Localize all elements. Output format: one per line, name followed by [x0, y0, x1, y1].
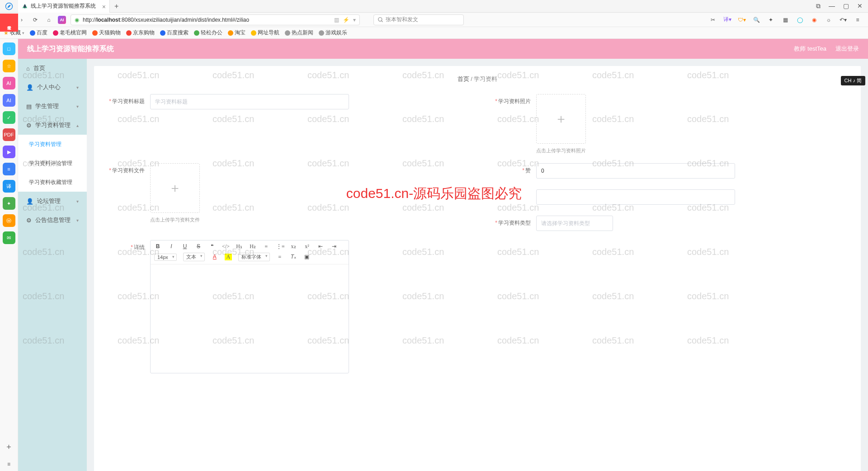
os-app-icon[interactable]: ✓ [3, 111, 15, 124]
bookmark-item[interactable]: 百度搜索 [160, 29, 189, 37]
forward-button[interactable]: › [17, 15, 26, 24]
address-bar[interactable]: ◉ http://localhost:8080/xsxuexiziliaotui… [71, 14, 360, 25]
fontcolor-icon[interactable]: A [211, 254, 218, 260]
os-app-icon[interactable]: AI [3, 77, 15, 89]
circle-icon[interactable]: ◯ [796, 16, 804, 24]
breadcrumb-home[interactable]: 首页 [458, 75, 469, 82]
os-app-icon[interactable]: ☆ [3, 60, 15, 72]
paragraph-select[interactable]: 文本 [183, 253, 205, 261]
browser-tab[interactable]: 线上学习资源智能推荐系统 × [18, 0, 110, 13]
ol-icon[interactable]: ≡ [263, 243, 270, 250]
type-select[interactable] [536, 216, 613, 231]
menu-material-favorites[interactable]: 学习资料收藏管理 [18, 173, 87, 192]
os-app-sidebar: □ ☆ AI AI ✓ PDF ▶ ≡ 译 ✦ ⓦ ✉ + ≡ [0, 39, 18, 471]
os-app-icon[interactable]: ✦ [3, 197, 15, 210]
italic-icon[interactable]: I [168, 243, 175, 250]
os-app-icon[interactable]: ▶ [3, 146, 15, 158]
quote-icon[interactable]: ❝ [208, 243, 216, 250]
bookmark-item[interactable]: 网址导航 [251, 29, 279, 37]
sub-icon[interactable]: x₂ [290, 243, 297, 250]
scissors-icon[interactable]: ✂ [709, 16, 717, 24]
url-text: http://localhost:8080/xsxuexiziliaotuiji… [83, 17, 249, 23]
current-user[interactable]: 教师 testTea [794, 45, 826, 53]
bgcolor-icon[interactable]: A [225, 254, 232, 260]
fontfamily-select[interactable]: 标准字体 [238, 253, 270, 261]
zoom-icon[interactable]: 🔍 [752, 16, 760, 24]
title-input[interactable] [150, 94, 349, 109]
underline-icon[interactable]: U [181, 243, 189, 250]
puzzle-icon[interactable]: ✦ [767, 16, 775, 24]
new-tab-button[interactable]: + [110, 2, 123, 10]
os-add-app-button[interactable]: + [6, 443, 11, 452]
os-app-icon[interactable]: 译 [3, 180, 15, 193]
win-pip-icon[interactable]: ⧉ [816, 2, 821, 10]
home-button[interactable]: ⌂ [44, 15, 53, 24]
clear-icon[interactable]: Tₓ [290, 254, 297, 260]
menu-material-manage[interactable]: 学习资料管理 [18, 135, 87, 154]
file-upload[interactable]: ＋ [150, 163, 200, 213]
align-icon[interactable]: ≡ [276, 254, 283, 260]
blank-input[interactable] [536, 189, 735, 205]
chevron-down-icon: ▾ [76, 218, 79, 223]
sun-icon[interactable]: ☼ [825, 16, 833, 24]
field-blank [491, 189, 850, 205]
os-app-icon[interactable]: AI [3, 94, 15, 107]
menu-material-comments[interactable]: 学习资料评论管理 [18, 154, 87, 173]
os-app-icon[interactable]: ≡ [3, 163, 15, 175]
strike-icon[interactable]: S [195, 243, 202, 250]
os-menu-icon[interactable]: ≡ [7, 461, 10, 467]
fontsize-select[interactable]: 14px [154, 254, 177, 261]
indent-icon[interactable]: ⇤ [317, 243, 324, 250]
image-icon[interactable]: ▣ [303, 254, 311, 260]
logout-link[interactable]: 退出登录 [835, 45, 859, 53]
bookmark-item[interactable]: 轻松办公 [194, 29, 222, 37]
translate-icon[interactable]: 译▾ [723, 16, 731, 24]
ai-badge-icon[interactable]: AI [58, 16, 66, 24]
os-app-icon[interactable]: ⓦ [3, 214, 15, 227]
bookmark-item[interactable]: 京东购物 [126, 29, 155, 37]
win-max-icon[interactable]: ▢ [843, 2, 849, 10]
svg-marker-1 [8, 5, 10, 8]
tab-close-icon[interactable]: × [102, 3, 106, 10]
menu-notice[interactable]: ⚙公告信息管理▾ [18, 211, 87, 230]
bookmark-item[interactable]: 老毛桃官网 [53, 29, 87, 37]
os-app-icon[interactable]: PDF [3, 128, 15, 141]
photo-upload[interactable]: ＋ [536, 94, 586, 144]
bold-icon[interactable]: B [154, 243, 161, 250]
shield-icon[interactable]: 🛡▾ [738, 16, 746, 24]
bookmark-item[interactable]: 天猫购物 [92, 29, 121, 37]
qr-icon[interactable]: ▥ [334, 17, 339, 23]
bookmark-item[interactable]: 百度 [30, 29, 47, 37]
menu-student[interactable]: ▤学生管理▾ [18, 97, 87, 116]
menu-forum[interactable]: 👤论坛管理▾ [18, 192, 87, 211]
os-app-icon[interactable]: ✉ [3, 231, 15, 244]
h1-icon[interactable]: H₁ [236, 243, 243, 250]
sup-icon[interactable]: x² [303, 243, 311, 250]
user-icon: 👤 [26, 84, 33, 91]
menu-home[interactable]: ⌂首页 [18, 59, 87, 78]
editor-body[interactable] [151, 264, 349, 373]
menu-material[interactable]: ⚙学习资料管理▴ [18, 116, 87, 135]
bookmark-item[interactable]: 游戏娱乐 [319, 29, 347, 37]
expand-icon[interactable]: ▾ [353, 17, 356, 23]
h2-icon[interactable]: H₂ [249, 243, 256, 250]
browser-search[interactable]: 张本智和发文 [373, 14, 464, 25]
bookmark-item[interactable]: 淘宝 [228, 29, 245, 37]
menu-personal[interactable]: 👤个人中心▾ [18, 78, 87, 97]
win-close-icon[interactable]: ✕ [857, 2, 863, 10]
ul-icon[interactable]: ⋮≡ [276, 243, 283, 250]
apps-icon[interactable]: ▦ [781, 16, 789, 24]
menu-icon[interactable]: ≡ [854, 16, 862, 24]
login-tag[interactable]: 登录账号 [0, 14, 18, 32]
os-app-icon[interactable]: □ [3, 42, 15, 55]
editor-toolbar: B I U S ❝ </> H₁ H₂ ≡ ⋮≡ [151, 240, 349, 264]
flame-icon[interactable]: ◉ [810, 16, 818, 24]
outdent-icon[interactable]: ⇥ [330, 243, 338, 250]
bolt-icon[interactable]: ⚡ [343, 17, 349, 23]
undo-icon[interactable]: ↶▾ [839, 16, 847, 24]
code-icon[interactable]: </> [222, 243, 229, 250]
bookmark-item[interactable]: 热点新闻 [285, 29, 313, 37]
reload-button[interactable]: ⟳ [31, 15, 40, 24]
like-input[interactable] [536, 163, 735, 179]
win-min-icon[interactable]: — [829, 2, 835, 10]
